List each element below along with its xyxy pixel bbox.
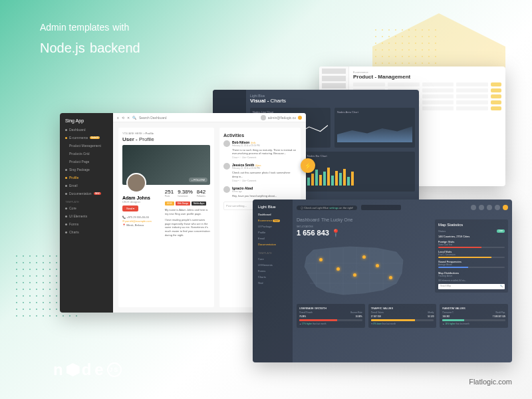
admin-email: admin@flatlogic.co (268, 116, 296, 120)
sidebar-template-header: TEMPLATE (63, 198, 110, 204)
stat-conversion: 9.38% (178, 189, 193, 195)
chart-box-title: Nodes Bar Chart (307, 154, 412, 158)
sidebar-item-ecommerce[interactable]: E-commerce NodeJS (63, 134, 110, 142)
sidebar-item-charts[interactable]: Charts (255, 274, 290, 280)
charts-title-a: Visual - (250, 98, 269, 104)
heading-with: with (112, 22, 129, 33)
user-phone: 📞 +375 29 555-55-55 (122, 215, 160, 219)
search-input[interactable] (361, 205, 401, 210)
settings-icon[interactable] (495, 205, 500, 210)
product-action-button[interactable] (491, 106, 501, 110)
logo-letter: e (94, 360, 104, 379)
profile-topbar: ≡ ⟲ ✕ 🔍 Search Dashboard admin@flatlogic… (113, 113, 306, 122)
mockup-dashboard: Light Blue Dashboard Ecommerce local UI … (253, 200, 512, 362)
user-email[interactable]: ✉ psmith@example.com (122, 219, 160, 223)
page-title-a: User - (122, 136, 138, 142)
charts-title-b: Charts (271, 98, 287, 104)
logo-hex-icon (66, 363, 80, 376)
product-action-button[interactable] (491, 100, 501, 104)
random-card: RANDOM VALUES Overcome T.World Pop. 104 … (440, 304, 508, 328)
sidebar-item-dashboard[interactable]: Dashboard (255, 211, 290, 217)
bell-icon[interactable] (479, 205, 484, 210)
geo-label: GEO-LOCATIONS (297, 225, 410, 228)
logo-js-badge: JS (107, 362, 122, 377)
activity-item: Bob Nilson @nilsFebruary 22, 2014 at 01:… (223, 140, 297, 159)
user-role: UI/UX designer (122, 200, 160, 203)
info-pill: ⓘ Check out Light Blue settings on the r… (297, 205, 357, 210)
activity-avatar[interactable] (223, 163, 230, 170)
product-action-button[interactable] (491, 94, 501, 98)
heading-brand: Node.js (40, 41, 85, 55)
sidebar-item-product-mgmt[interactable]: Product Management (63, 142, 110, 150)
sidebar-item-product-page[interactable]: Product Page (63, 158, 110, 166)
activity-item: Ignacio Abad6 mins ago Hey, have you hea… (223, 186, 297, 198)
profile-sidebar: Sing App Dashboard E-commerce NodeJS Pro… (60, 113, 113, 313)
logo-letter: n (53, 360, 65, 379)
floating-action-button[interactable]: ⚡ (301, 158, 315, 173)
sidebar-item-profile[interactable]: Profile (63, 174, 110, 182)
stat-followers: 842 (197, 189, 205, 195)
page-title-b: Profile (139, 136, 154, 142)
growth-card: USERBASE GROWTH Overall GrowthBounce Rat… (297, 304, 365, 328)
notification-badge[interactable] (298, 116, 302, 120)
avatar-icon[interactable] (261, 115, 266, 120)
sidebar-item-dashboard[interactable]: Dashboard (63, 126, 110, 134)
heading-line1: Admin templates (40, 22, 109, 33)
send-button[interactable]: Send ▾ (122, 205, 138, 211)
activities-title: Activities (223, 133, 297, 138)
tag: UI/UX (165, 201, 174, 205)
sidebar-item-profile[interactable]: Profile (255, 229, 290, 235)
activity-avatar[interactable] (223, 186, 230, 193)
search-placeholder[interactable]: Search Dashboard (139, 116, 167, 120)
menu-icon[interactable]: ≡ (117, 116, 119, 120)
brand-label[interactable]: Flatlogic.com (469, 378, 512, 386)
dash-app-name: Light Blue (255, 202, 290, 211)
sidebar-item-forms[interactable]: Forms (63, 220, 110, 228)
nodejs-logo: n d e JS (53, 360, 122, 379)
product-action-button[interactable] (491, 88, 501, 92)
sidebar-item-ui-elements[interactable]: UI Elements (63, 212, 110, 220)
sidebar-item-email[interactable]: Email (63, 182, 110, 190)
heading-backend: backend (90, 41, 140, 55)
profile-hero-image: + FOLLOW (122, 145, 210, 185)
refresh-icon[interactable]: ⟲ (122, 116, 124, 120)
sidebar-item-products-grid[interactable]: Products Grid (63, 150, 110, 158)
sidebar-item-uipackage[interactable]: UI Package (255, 223, 290, 229)
stats-panel-title: Map Statistics (438, 223, 505, 227)
stat-posts: 251 (165, 189, 174, 195)
activity-avatar[interactable] (223, 140, 230, 147)
user-tags: UI/UX Web Design Mobile Apps (165, 201, 210, 205)
user-bio-intro: My name is Adam Johns and here is my new… (165, 208, 210, 215)
sidebar-item-core[interactable]: Core (63, 204, 110, 212)
user-avatar[interactable] (126, 173, 146, 193)
map-search-input[interactable]: Search Map🔍 (438, 284, 505, 289)
logo-letter: d (82, 360, 93, 379)
sidebar-item-charts[interactable]: Charts (63, 228, 110, 236)
profile-app-name: Sing App (63, 116, 110, 126)
sidebar-item-uielements[interactable]: UI Elements (255, 262, 290, 268)
dash-sidebar: Light Blue Dashboard Ecommerce local UI … (253, 200, 293, 362)
search-icon: 🔍 (500, 285, 503, 289)
sidebar-item-core[interactable]: Core (255, 256, 290, 262)
usa-map[interactable] (297, 240, 410, 300)
sidebar-item-docs[interactable]: Documentation NEW (63, 190, 110, 198)
sidebar-item-ecommerce[interactable]: Ecommerce local (255, 217, 290, 223)
sidebar-item-email[interactable]: Email (255, 235, 290, 241)
user-icon[interactable] (503, 205, 508, 210)
sidebar-item-grid[interactable]: Grid (255, 280, 290, 286)
close-icon[interactable]: ✕ (127, 116, 130, 120)
promo-heading: Admin templates with Node.js backend (40, 20, 140, 57)
product-action-button[interactable] (491, 82, 501, 86)
chat-icon[interactable] (471, 205, 476, 210)
search-icon[interactable]: 🔍 (132, 116, 136, 120)
follow-button[interactable]: + FOLLOW (189, 178, 207, 182)
sidebar-item-package[interactable]: Sing Package (63, 166, 110, 174)
grid-icon[interactable] (487, 205, 492, 210)
tag: Web Design (176, 201, 190, 205)
sidebar-template-header: TEMPLATE (255, 250, 290, 256)
sidebar-item-forms[interactable]: Forms (255, 268, 290, 274)
breadcrumb-current: Profile (146, 132, 154, 135)
product-title: Product - Management (353, 74, 501, 80)
map-statistics-panel: Map Statistics StatusLive 146 Countries,… (435, 219, 508, 293)
sidebar-item-docs[interactable]: Documentation (255, 241, 290, 247)
